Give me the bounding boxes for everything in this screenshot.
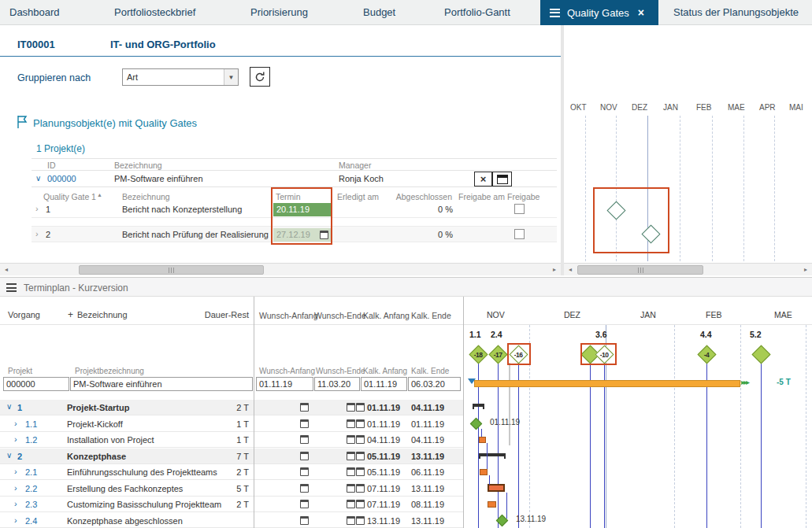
task-num[interactable]: 2.1	[25, 467, 37, 477]
tab-priorisierung[interactable]: Priorisierung	[250, 0, 308, 25]
chevron-down-icon[interactable]: ▼	[224, 69, 238, 85]
calendar-icon[interactable]	[300, 403, 309, 412]
quality-gate-diamond[interactable]	[606, 201, 625, 220]
group-by-select[interactable]: Art ▼	[122, 68, 239, 86]
calendar-icon[interactable]	[347, 403, 355, 412]
col-freigabe-am[interactable]: Freigabe am	[458, 192, 505, 201]
refresh-button[interactable]	[250, 67, 270, 87]
expand-icon[interactable]: ›	[35, 229, 39, 238]
quality-gate-diamond[interactable]: -10	[595, 345, 614, 364]
task-row[interactable]: › 2.4 Konzeptphase abgeschlossen 13.11.1…	[0, 513, 463, 528]
expand-icon[interactable]: ›	[14, 499, 17, 508]
col-quality-gate[interactable]: Quality Gate	[43, 192, 89, 201]
expand-icon[interactable]: ›	[14, 515, 17, 525]
wunsch-anfang-input[interactable]	[256, 377, 313, 391]
milestone-diamond[interactable]: -18	[469, 345, 488, 364]
calendar-icon[interactable]	[300, 484, 309, 493]
gate-row[interactable]: › 1 Bericht nach Konzepterstellung 20.11…	[32, 201, 557, 218]
calendar-icon[interactable]	[356, 452, 365, 460]
tab-dashboard[interactable]: Dashboard	[9, 0, 60, 25]
task-row[interactable]: ∨ 2 Konzeptphase 7 T 05.11.19 13.11.19	[0, 449, 463, 464]
task-row[interactable]: › 1.2 Installation von Project 1 T 04.11…	[0, 432, 463, 448]
tab-portfoliosteckbrief[interactable]: Portfoliosteckbrief	[114, 0, 195, 25]
tab-status-planungsobjekte[interactable]: Status der Planungsobjekte	[673, 0, 799, 25]
scrollbar-thumb[interactable]	[79, 265, 264, 275]
milestone-diamond[interactable]: -4	[697, 345, 716, 364]
col-freigabe[interactable]: Freigabe	[507, 192, 539, 201]
milestone-diamond[interactable]	[470, 418, 483, 430]
calendar-icon[interactable]	[356, 467, 365, 476]
right-panel-hscrollbar[interactable]: ◂ ▸	[564, 263, 812, 275]
task-num[interactable]: 1.2	[25, 435, 37, 445]
tab-budget[interactable]: Budget	[363, 0, 395, 25]
task-num[interactable]: 2.3	[25, 500, 37, 509]
scroll-left-icon[interactable]: ◂	[564, 264, 577, 275]
col-gate-bezeichnung[interactable]: Bezeichnung	[122, 192, 170, 201]
gate-termin-field[interactable]: 20.11.19	[273, 203, 331, 216]
collapse-icon[interactable]: ∨	[6, 451, 12, 460]
kalk-anfang-input[interactable]	[361, 377, 407, 391]
phase-summary-bar[interactable]	[473, 404, 484, 407]
gate-termin-field[interactable]: 27.12.19	[273, 228, 331, 242]
task-num[interactable]: 2	[17, 452, 22, 461]
calendar-icon[interactable]	[347, 484, 355, 493]
milestone-diamond[interactable]: -17	[488, 345, 507, 364]
task-row[interactable]: › 2.2 Erstellung des Fachkonzeptes 5 T 0…	[0, 481, 463, 497]
calendar-icon[interactable]	[300, 500, 309, 508]
calendar-icon[interactable]	[347, 435, 355, 444]
tab-portfolio-gantt[interactable]: Portfolio-Gantt	[444, 0, 510, 25]
freigabe-checkbox[interactable]	[514, 204, 525, 214]
expand-icon[interactable]: ›	[14, 483, 17, 493]
phase-summary-bar[interactable]	[479, 453, 506, 456]
calendar-icon[interactable]	[347, 516, 355, 525]
calendar-icon[interactable]	[300, 516, 309, 525]
column-splitter[interactable]	[254, 297, 254, 528]
expand-icon[interactable]: ›	[35, 204, 39, 213]
calendar-icon[interactable]	[356, 435, 365, 444]
task-row[interactable]: › 2.3 Customizing Basisschulung Projektt…	[0, 497, 463, 512]
project-gantt-bar[interactable]	[474, 380, 740, 387]
task-row[interactable]: ∨ 1 Projekt-Startup 2 T 01.11.19 04.11.1…	[0, 400, 463, 415]
project-id-input[interactable]	[3, 377, 69, 391]
col-termin[interactable]: Termin	[276, 192, 301, 201]
freigabe-checkbox[interactable]	[514, 229, 525, 239]
expand-icon[interactable]: ›	[14, 419, 17, 428]
calendar-icon[interactable]	[300, 435, 309, 444]
collapse-icon[interactable]: ∨	[6, 402, 12, 411]
calendar-button[interactable]	[492, 172, 512, 186]
quality-gate-diamond[interactable]	[641, 224, 660, 243]
expand-icon[interactable]: ›	[14, 467, 17, 476]
project-row[interactable]: ∨ 000000 PM-Software einführen Ronja Koc…	[32, 170, 557, 187]
task-num[interactable]: 2.4	[25, 516, 37, 526]
quality-gate-diamond[interactable]: -16	[509, 345, 528, 364]
task-row[interactable]: › 1.1 Projekt-Kickoff 1 T 01.11.19 01.11…	[0, 416, 463, 432]
close-tab-icon[interactable]: ×	[638, 6, 644, 19]
calendar-icon[interactable]	[356, 516, 365, 525]
calendar-icon[interactable]	[356, 419, 365, 428]
calendar-icon[interactable]	[347, 419, 355, 428]
task-num[interactable]: 1	[17, 403, 22, 412]
delete-button[interactable]: ×	[474, 172, 492, 186]
calendar-icon[interactable]	[300, 419, 309, 428]
expand-icon[interactable]: ›	[14, 434, 17, 444]
calendar-icon[interactable]	[347, 452, 355, 460]
calendar-icon[interactable]	[347, 500, 355, 508]
menu-icon[interactable]	[6, 283, 17, 292]
task-num[interactable]: 2.2	[25, 484, 37, 493]
kalk-ende-input[interactable]	[408, 377, 461, 391]
scroll-left-icon[interactable]: ◂	[0, 264, 13, 275]
calendar-icon[interactable]	[320, 231, 328, 239]
menu-icon[interactable]	[550, 9, 560, 17]
task-gantt-bar-selected[interactable]	[488, 484, 505, 492]
sort-order[interactable]: 1	[91, 192, 96, 201]
gate-row[interactable]: › 2 Bericht nach Prüfung der Realisierun…	[32, 226, 557, 242]
col-erledigt-am[interactable]: Erledigt am	[337, 192, 379, 201]
task-gantt-bar[interactable]	[488, 501, 496, 508]
calendar-icon[interactable]	[356, 500, 365, 508]
task-row[interactable]: › 2.1 Einführungsschulung des Projekttea…	[0, 464, 463, 480]
milestone-diamond[interactable]	[751, 345, 770, 364]
gantt-splitter[interactable]	[463, 297, 464, 528]
calendar-icon[interactable]	[300, 467, 309, 476]
tab-quality-gates[interactable]: Quality Gates ×	[540, 0, 658, 25]
project-name-input[interactable]	[70, 377, 253, 391]
